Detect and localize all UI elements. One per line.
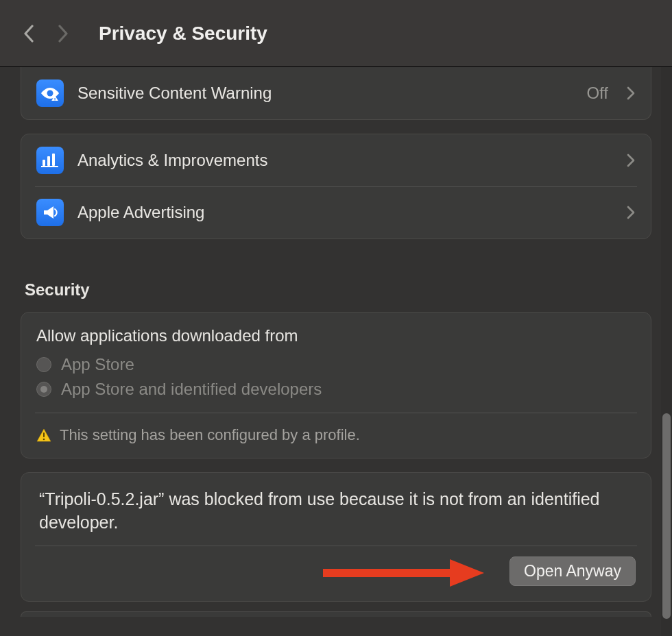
radio-icon [36, 357, 51, 372]
panel-allow-applications: Allow applications downloaded from App S… [21, 312, 651, 458]
radio-icon [36, 382, 51, 397]
row-value: Off [586, 84, 608, 103]
chevron-right-icon [626, 205, 636, 220]
panel-blocked-app: “Tripoli-0.5.2.jar” was blocked from use… [21, 472, 651, 602]
radio-app-store[interactable]: App Store [36, 355, 636, 374]
row-apple-advertising[interactable]: Apple Advertising [21, 186, 651, 238]
back-button[interactable] [21, 25, 37, 42]
svg-rect-8 [43, 432, 45, 437]
profile-warning-row: This setting has been configured by a pr… [21, 413, 651, 458]
warning-triangle-icon [36, 428, 51, 442]
row-sensitive-content[interactable]: ! Sensitive Content Warning Off [21, 67, 651, 119]
chevron-right-icon [58, 25, 69, 42]
nav-arrows [21, 25, 71, 42]
allow-apps-title: Allow applications downloaded from [36, 326, 636, 345]
svg-text:!: ! [54, 97, 56, 101]
svg-rect-4 [47, 156, 50, 166]
panel-sensitive-content: ! Sensitive Content Warning Off [21, 67, 651, 120]
eye-warning-icon: ! [36, 80, 64, 107]
row-label: Sensitive Content Warning [77, 84, 573, 103]
bar-chart-icon [36, 147, 64, 174]
svg-rect-5 [52, 154, 55, 166]
profile-warning-text: This setting has been configured by a pr… [60, 426, 360, 444]
row-analytics[interactable]: Analytics & Improvements [21, 134, 651, 186]
svg-point-9 [43, 439, 45, 441]
svg-marker-11 [450, 559, 484, 587]
radio-label: App Store and identified developers [61, 380, 322, 399]
radio-app-store-identified[interactable]: App Store and identified developers [36, 380, 636, 399]
chevron-right-icon [626, 153, 636, 168]
annotation-arrow-icon [316, 556, 488, 590]
open-anyway-row: Open Anyway [21, 546, 651, 601]
forward-button[interactable] [55, 25, 71, 42]
security-heading: Security [25, 280, 647, 299]
allow-apps-block: Allow applications downloaded from App S… [21, 313, 651, 413]
scrollbar-thumb[interactable] [662, 413, 671, 619]
header: Privacy & Security [0, 0, 672, 67]
panel-analytics-ads: Analytics & Improvements Apple Advertisi… [21, 134, 651, 239]
chevron-left-icon [23, 25, 34, 42]
chevron-right-icon [626, 86, 636, 101]
open-anyway-button[interactable]: Open Anyway [509, 556, 636, 586]
content-area: ! Sensitive Content Warning Off Analytic… [0, 67, 672, 636]
blocked-message: “Tripoli-0.5.2.jar” was blocked from use… [21, 473, 651, 546]
page-title: Privacy & Security [99, 23, 267, 45]
svg-point-0 [47, 90, 53, 97]
scrollbar-track[interactable] [661, 67, 672, 636]
row-label: Apple Advertising [77, 203, 612, 222]
row-label: Analytics & Improvements [77, 151, 612, 170]
radio-label: App Store [61, 355, 134, 374]
svg-rect-3 [43, 160, 45, 166]
panel-next-peek [21, 611, 651, 617]
megaphone-icon [36, 199, 64, 226]
